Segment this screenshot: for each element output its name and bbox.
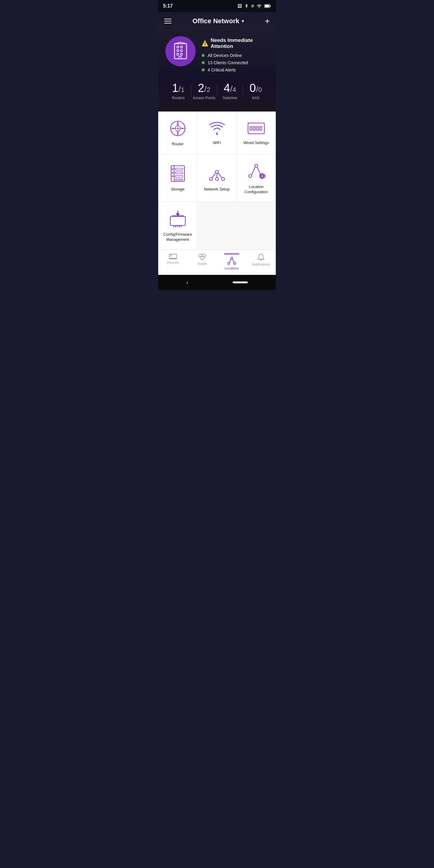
wifi-icon [209,121,225,137]
svg-point-31 [251,127,251,128]
svg-rect-2 [265,5,269,7]
battery-icon [264,4,271,8]
devices-nav-label: Devices [167,261,179,264]
photo-icon: 🖼 [238,4,242,8]
svg-point-61 [261,175,264,177]
svg-rect-28 [253,127,255,130]
green-dot-clients [202,61,205,64]
back-button[interactable]: ‹ [187,279,188,286]
nav-notifications[interactable]: Notifications [247,252,276,271]
config-firmware-cell[interactable]: Config/Firmware Management [158,202,197,250]
svg-line-17 [175,124,178,128]
count-nas: 0/0 NAS [243,82,269,100]
hero-top: ⚠️ Needs Immediate Attention All Devices… [165,36,269,75]
attention-text: Needs Immediate Attention [211,37,269,50]
svg-rect-29 [256,127,258,130]
router-cell[interactable]: Router [158,112,197,154]
svg-rect-10 [181,53,182,55]
svg-marker-22 [177,133,179,135]
switches-count: 4/4 [217,82,243,95]
svg-marker-24 [182,127,184,129]
svg-point-25 [216,133,218,135]
notifications-nav-label: Notifications [252,262,270,266]
router-label: Router [172,142,184,147]
devices-nav-icon [169,253,177,259]
location-config-icon [247,163,266,181]
access-points-label: Access Points [191,96,217,100]
menu-grid: Router WiFi [158,112,276,250]
count-switches: 4/4 Switches [217,82,243,100]
empty-cell-2 [237,202,276,250]
svg-line-19 [175,128,178,133]
network-title[interactable]: Office Network ▾ [193,17,244,25]
svg-point-82 [230,257,233,259]
svg-point-51 [221,178,224,181]
svg-point-45 [172,168,173,170]
network-setup-cell[interactable]: Network Setup [197,154,237,202]
svg-line-52 [212,173,216,178]
svg-point-38 [261,129,261,129]
parking-icon: P [251,4,254,8]
devices-online-label: All Devices Online [208,53,242,58]
storage-label: Storage [171,187,185,192]
status-bar: 5:17 🖼 P [158,0,276,12]
status-time: 5:17 [163,3,173,9]
svg-line-54 [218,173,222,178]
wifi-label: WiFi [213,141,221,146]
network-name: Office Network [193,17,239,25]
svg-point-83 [227,262,230,265]
access-points-count: 2/2 [191,82,217,95]
routers-count: 1/1 [165,82,191,95]
network-setup-label: Network Setup [204,187,230,192]
add-button[interactable]: + [265,17,270,25]
main-content: Router WiFi [158,112,276,250]
status-icons: 🖼 P [238,4,271,8]
storage-icon [170,165,186,183]
count-access-points: 2/2 Access Points [191,82,217,100]
svg-rect-64 [265,176,266,176]
notifications-nav-icon [257,253,265,261]
storage-cell[interactable]: Storage [158,154,197,202]
svg-line-18 [178,124,181,128]
wifi-cell[interactable]: WiFi [197,112,237,154]
home-indicator[interactable] [233,281,248,283]
nav-locations[interactable]: Locations [217,252,247,271]
svg-marker-21 [177,122,179,124]
nas-label: NAS [243,96,269,100]
nav-devices[interactable]: Devices [158,252,188,271]
svg-point-34 [254,129,255,129]
connectivity-icon [244,4,249,8]
svg-rect-43 [176,176,183,177]
svg-rect-44 [176,179,183,180]
warning-icon: ⚠️ [202,40,208,47]
svg-point-37 [261,127,261,128]
device-counts: 1/1 Routers 2/2 Access Points 4/4 Switch… [165,75,269,102]
green-dot-alerts [202,68,205,71]
svg-point-32 [251,129,251,129]
status-item-alerts: 4 Critical Alerts [202,67,269,72]
svg-marker-23 [172,127,174,129]
svg-rect-42 [176,172,183,174]
svg-line-85 [229,259,231,263]
svg-rect-9 [177,53,179,55]
network-setup-icon [208,165,226,183]
building-avatar [165,36,195,66]
switches-label: Switches [217,96,243,100]
hamburger-menu[interactable] [164,19,172,24]
status-item-clients: 13 Clients Connected [202,60,269,65]
nav-health[interactable]: Health [188,252,217,271]
svg-rect-80 [170,255,172,256]
alerts-label: 4 Critical Alerts [208,67,236,72]
svg-line-86 [232,259,234,263]
svg-point-48 [216,170,218,173]
svg-point-47 [172,176,173,177]
count-routers: 1/1 Routers [165,82,191,100]
nas-count: 0/0 [243,82,269,95]
svg-point-35 [257,127,258,128]
location-config-cell[interactable]: Location Configuration [237,154,276,202]
config-firmware-icon [169,210,187,228]
wired-settings-cell[interactable]: Wired Settings [237,112,276,154]
router-icon [169,120,186,138]
wired-settings-label: Wired Settings [244,141,269,146]
svg-rect-63 [262,178,263,179]
